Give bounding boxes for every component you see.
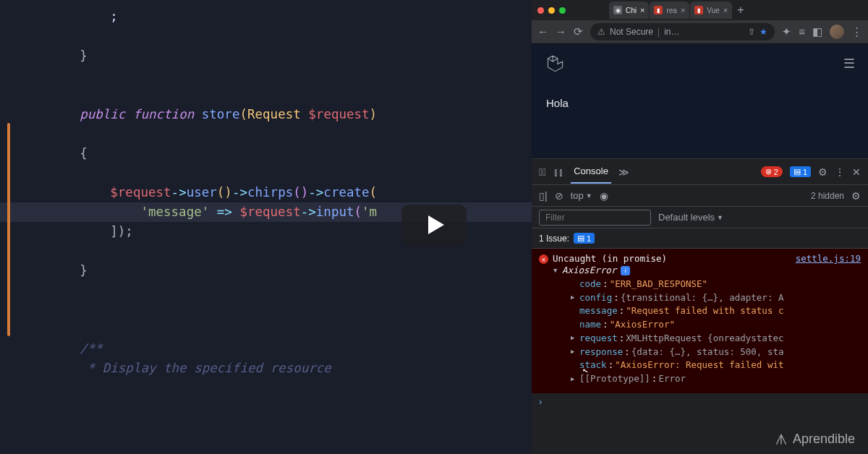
comment: * Display the specified resource bbox=[80, 361, 331, 375]
prop-val: Error bbox=[658, 372, 686, 386]
param-type: Request bbox=[247, 107, 301, 121]
browser-window: ◉Chi× ▮rea× ▮Vue× + ← → ⟳ ⚠ Not Secure |… bbox=[532, 0, 868, 454]
disclosure-icon[interactable]: ▼ bbox=[553, 266, 561, 276]
var: $request bbox=[239, 205, 300, 219]
laravel-logo bbox=[545, 53, 565, 74]
kebab-icon[interactable]: ⋮ bbox=[835, 166, 845, 178]
prop-val: {transitional: {…}, adapter: A bbox=[621, 291, 784, 305]
keyword-function: function bbox=[133, 107, 194, 121]
address-bar[interactable]: ⚠ Not Secure | in… ⇧ ★ bbox=[590, 23, 775, 40]
brace: } bbox=[80, 48, 88, 63]
browser-tab[interactable]: ◉Chi× bbox=[609, 1, 649, 19]
inspect-icon[interactable]: �⃞ bbox=[539, 166, 546, 178]
disclosure-icon[interactable]: ▶ bbox=[571, 347, 578, 357]
keyword-public: public bbox=[80, 107, 125, 121]
more-tabs-icon[interactable]: ≫ bbox=[618, 166, 629, 178]
panel-icon[interactable]: ◧ bbox=[812, 25, 822, 38]
menu-icon[interactable]: ⋮ bbox=[851, 25, 862, 38]
error-header: Uncaught (in promise) bbox=[553, 253, 667, 264]
gear-icon[interactable]: ⚙ bbox=[818, 166, 827, 178]
prop-val: "AxiosError: Request failed wit bbox=[615, 359, 783, 372]
console-prompt[interactable]: › bbox=[532, 393, 868, 410]
warning-icon: ⚠ bbox=[597, 27, 605, 37]
close-dot[interactable] bbox=[537, 7, 544, 14]
error-badge[interactable]: ⊗2 bbox=[761, 166, 783, 177]
method: chirps bbox=[247, 185, 293, 200]
page-content: ☰ Hola bbox=[532, 43, 868, 159]
context-select[interactable]: top ▼ bbox=[571, 190, 592, 201]
star-icon[interactable]: ★ bbox=[760, 27, 767, 37]
prop-key: code bbox=[579, 278, 601, 291]
share-icon[interactable]: ⇧ bbox=[748, 27, 755, 37]
method: create bbox=[323, 185, 369, 200]
function-name: store bbox=[202, 107, 240, 121]
issues-badge[interactable]: ▤1 bbox=[574, 233, 595, 244]
browser-toolbar: ← → ⟳ ⚠ Not Secure | in… ⇧ ★ ✦ ≡ ◧ ⋮ bbox=[532, 20, 868, 43]
play-icon bbox=[428, 215, 444, 234]
method: input bbox=[316, 205, 354, 219]
eye-icon[interactable]: ◉ bbox=[600, 190, 608, 202]
var: $request bbox=[110, 185, 171, 200]
prop-val: "AxiosError" bbox=[610, 318, 675, 332]
prop-val: "ERR_BAD_RESPONSE" bbox=[610, 278, 707, 291]
sidebar-icon[interactable]: ▯| bbox=[539, 190, 548, 202]
close-icon[interactable]: × bbox=[640, 6, 644, 14]
method: user bbox=[187, 185, 217, 200]
close-icon[interactable]: ✕ bbox=[852, 166, 861, 178]
tab-console[interactable]: Console bbox=[571, 160, 611, 184]
prop-key: name bbox=[579, 318, 601, 332]
array-key: 'message' bbox=[140, 205, 209, 219]
gear-icon[interactable]: ⚙ bbox=[851, 190, 861, 202]
close: ]); bbox=[110, 224, 133, 239]
titlebar: ◉Chi× ▮rea× ▮Vue× + bbox=[532, 0, 868, 20]
prop-key: [[Prototype]] bbox=[579, 372, 650, 386]
url-text: in… bbox=[664, 27, 679, 37]
levels-select[interactable]: Default levels ▼ bbox=[658, 212, 723, 223]
watermark-icon bbox=[774, 432, 788, 447]
disclosure-icon[interactable]: ▶ bbox=[571, 333, 578, 343]
playlist-icon[interactable]: ≡ bbox=[799, 25, 805, 38]
browser-tab[interactable]: ▮Vue× bbox=[690, 1, 732, 19]
prop-key: response bbox=[579, 346, 623, 359]
arrow: => bbox=[217, 205, 232, 219]
clear-icon[interactable]: ⊘ bbox=[555, 190, 563, 202]
prop-val: {data: {…}, status: 500, sta bbox=[631, 346, 784, 359]
prop-val: "Request failed with status c bbox=[626, 304, 783, 318]
new-tab-button[interactable]: + bbox=[733, 4, 748, 17]
security-label: Not Secure bbox=[610, 27, 653, 37]
issues-label: 1 Issue: bbox=[539, 234, 569, 244]
disclosure-icon[interactable]: ▶ bbox=[571, 374, 578, 385]
error-icon: ✕ bbox=[539, 254, 548, 264]
prop-val: XMLHttpRequest {onreadystatec bbox=[626, 332, 783, 346]
close-icon[interactable]: × bbox=[723, 6, 728, 14]
prop-key: config bbox=[579, 291, 612, 305]
filter-input[interactable] bbox=[539, 210, 651, 226]
reload-icon[interactable]: ⟳ bbox=[574, 25, 583, 38]
browser-tab[interactable]: ▮rea× bbox=[650, 1, 689, 19]
close-icon[interactable]: × bbox=[681, 6, 685, 14]
extensions-icon[interactable]: ✦ bbox=[782, 25, 791, 38]
brace: { bbox=[80, 146, 88, 160]
comment: /** bbox=[80, 341, 103, 356]
hamburger-icon[interactable]: ☰ bbox=[843, 56, 855, 72]
minimize-dot[interactable] bbox=[548, 7, 555, 14]
info-icon[interactable]: i bbox=[621, 266, 630, 275]
string-arg: 'm bbox=[362, 205, 377, 219]
forward-icon[interactable]: → bbox=[556, 25, 566, 38]
hidden-label: 2 hidden bbox=[811, 191, 844, 201]
page-greeting: Hola bbox=[532, 84, 868, 122]
prop-key: message bbox=[579, 304, 618, 318]
avatar[interactable] bbox=[830, 25, 844, 39]
info-badge[interactable]: ▤1 bbox=[790, 166, 811, 177]
gutter-marker bbox=[7, 123, 10, 336]
brace: } bbox=[80, 263, 88, 278]
back-icon[interactable]: ← bbox=[537, 25, 548, 38]
disclosure-icon[interactable]: ▶ bbox=[571, 293, 578, 303]
watermark: Aprendible bbox=[774, 432, 855, 447]
prop-key: request bbox=[579, 332, 618, 346]
device-icon[interactable]: ⫿⫿ bbox=[553, 166, 563, 178]
param-var: $request bbox=[308, 107, 369, 121]
maximize-dot[interactable] bbox=[559, 7, 566, 14]
source-link[interactable]: settle.js:19 bbox=[796, 253, 861, 264]
play-button[interactable] bbox=[401, 205, 467, 245]
